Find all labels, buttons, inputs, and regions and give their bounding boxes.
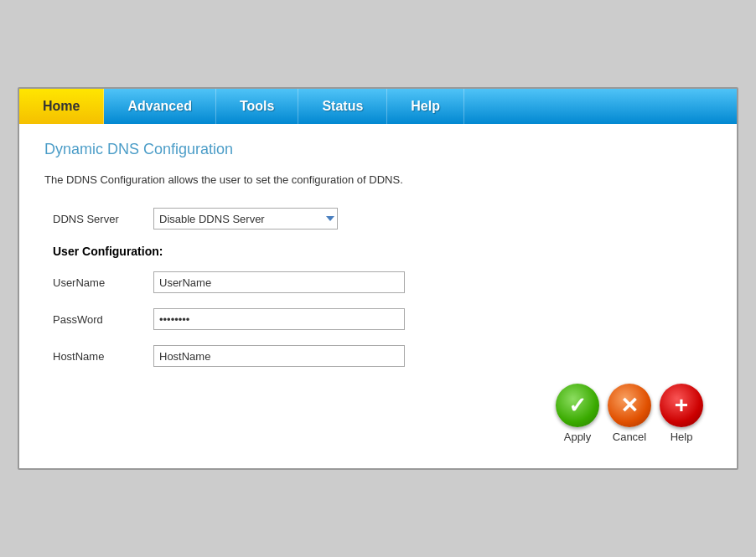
nav-status[interactable]: Status	[298, 89, 387, 124]
ddns-server-select-wrapper: Disable DDNS Server	[153, 208, 338, 230]
plus-icon: +	[675, 392, 688, 419]
checkmark-icon: ✓	[568, 393, 587, 419]
nav-tools[interactable]: Tools	[216, 89, 298, 124]
password-row: PassWord	[53, 308, 712, 330]
page-title: Dynamic DNS Configuration	[44, 141, 712, 158]
page-description: The DDNS Configuration allows the user t…	[44, 172, 712, 188]
form-section: DDNS Server Disable DDNS Server User Con…	[53, 208, 712, 367]
xmark-icon: ✕	[620, 393, 639, 419]
ddns-server-row: DDNS Server Disable DDNS Server	[53, 208, 712, 230]
main-window: Home Advanced Tools Status Help Dynamic …	[18, 87, 738, 471]
help-button[interactable]: +	[660, 384, 703, 427]
help-button-group[interactable]: + Help	[660, 384, 703, 443]
nav-advanced[interactable]: Advanced	[104, 89, 215, 124]
password-label: PassWord	[53, 313, 153, 326]
username-label: UserName	[53, 276, 153, 289]
username-input[interactable]	[153, 271, 405, 293]
apply-label: Apply	[564, 431, 592, 443]
nav-bar: Home Advanced Tools Status Help	[19, 89, 737, 124]
user-config-header: User Configuration:	[53, 245, 712, 258]
ddns-server-select[interactable]: Disable DDNS Server	[153, 208, 338, 230]
cancel-label: Cancel	[613, 431, 646, 443]
hostname-label: HostName	[53, 350, 153, 363]
apply-button[interactable]: ✓	[556, 384, 599, 427]
password-input[interactable]	[153, 308, 405, 330]
nav-help[interactable]: Help	[387, 89, 464, 124]
content-area: Dynamic DNS Configuration The DDNS Confi…	[19, 124, 737, 469]
nav-home[interactable]: Home	[19, 89, 104, 124]
hostname-row: HostName	[53, 345, 712, 367]
buttons-area: ✓ Apply ✕ Cancel + Help	[44, 384, 712, 443]
cancel-button-group[interactable]: ✕ Cancel	[608, 384, 651, 443]
username-row: UserName	[53, 271, 712, 293]
ddns-server-label: DDNS Server	[53, 213, 153, 225]
hostname-input[interactable]	[153, 345, 405, 367]
cancel-button[interactable]: ✕	[608, 384, 651, 427]
apply-button-group[interactable]: ✓ Apply	[556, 384, 599, 443]
help-label: Help	[671, 431, 693, 443]
